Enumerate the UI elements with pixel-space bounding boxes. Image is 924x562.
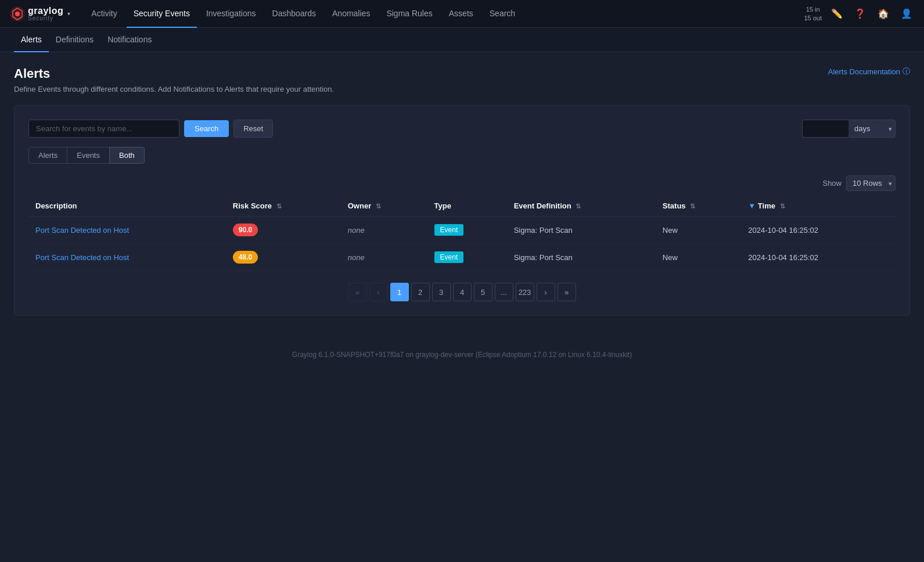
- col-event-definition[interactable]: Event Definition ⇅: [507, 196, 656, 217]
- cell-event-def-0: Sigma: Port Scan: [507, 217, 656, 244]
- logo-text-sub: Security: [28, 16, 63, 21]
- table-row: Port Scan Detected on Host 48.0 none Eve…: [28, 244, 896, 271]
- show-label: Show: [822, 179, 842, 188]
- logo-dropdown-icon[interactable]: ▾: [67, 10, 70, 17]
- page-header-row: Alerts Define Events through different c…: [14, 66, 910, 93]
- table-header: Description Risk Score ⇅ Owner ⇅ Type Ev: [28, 196, 896, 217]
- days-unit-select[interactable]: days hours minutes: [849, 120, 896, 138]
- description-link-1[interactable]: Port Scan Detected on Host: [35, 253, 129, 262]
- cell-description-1: Port Scan Detected on Host: [28, 244, 226, 271]
- logo[interactable]: graylog Security ▾: [9, 6, 70, 22]
- cell-status-0: New: [656, 217, 741, 244]
- owner-sort-icon: ⇅: [376, 203, 381, 210]
- subnav-item-notifications[interactable]: Notifications: [100, 28, 159, 52]
- nav-item-security-events[interactable]: Security Events: [127, 0, 197, 28]
- time-sort-icon: ⇅: [780, 203, 785, 210]
- user-icon[interactable]: 👤: [898, 6, 915, 22]
- search-bar: Search Reset 5 days hours minutes: [28, 120, 896, 138]
- owner-value-1: none: [348, 253, 365, 262]
- type-badge-1: Event: [434, 251, 464, 263]
- page-2-btn[interactable]: 2: [411, 283, 430, 301]
- page-last-btn[interactable]: »: [558, 283, 576, 301]
- home-icon[interactable]: 🏠: [875, 6, 891, 22]
- pagination: « ‹ 1 2 3 4 5 ... 223 › »: [28, 283, 896, 301]
- cell-risk-1: 48.0: [226, 244, 341, 271]
- main-card: Search Reset 5 days hours minutes Alerts…: [14, 105, 910, 316]
- top-navigation: graylog Security ▾ Activity Security Eve…: [0, 0, 924, 28]
- nav-item-sigma-rules[interactable]: Sigma Rules: [379, 0, 439, 28]
- col-owner[interactable]: Owner ⇅: [341, 196, 427, 217]
- nav-item-dashboards[interactable]: Dashboards: [265, 0, 323, 28]
- throughput-in: 15 in: [804, 5, 822, 13]
- risk-badge-0: 90.0: [233, 224, 258, 236]
- page-content: Alerts Define Events through different c…: [0, 52, 924, 384]
- col-type[interactable]: Type: [427, 196, 507, 217]
- search-input[interactable]: [28, 120, 179, 138]
- cell-event-def-1: Sigma: Port Scan: [507, 244, 656, 271]
- nav-item-investigations[interactable]: Investigations: [199, 0, 263, 28]
- owner-value-0: none: [348, 226, 365, 235]
- page-header: Alerts Define Events through different c…: [14, 66, 910, 93]
- page-last-btn-num[interactable]: 223: [516, 283, 534, 301]
- cell-owner-1: none: [341, 244, 427, 271]
- page-first-btn[interactable]: «: [348, 283, 367, 301]
- cell-status-1: New: [656, 244, 741, 271]
- table-row: Port Scan Detected on Host 90.0 none Eve…: [28, 217, 896, 244]
- col-time[interactable]: ▼ Time ⇅: [741, 196, 896, 217]
- page-5-btn[interactable]: 5: [474, 283, 492, 301]
- col-status[interactable]: Status ⇅: [656, 196, 741, 217]
- nav-items-list: Activity Security Events Investigations …: [84, 0, 804, 28]
- cell-type-0: Event: [427, 217, 507, 244]
- rows-select-wrapper: 10 Rows 25 Rows 50 Rows: [846, 175, 896, 191]
- filter-tab-events[interactable]: Events: [67, 147, 110, 164]
- days-filter: 5 days hours minutes: [802, 120, 896, 138]
- nav-item-activity[interactable]: Activity: [84, 0, 124, 28]
- filter-tabs: Alerts Events Both: [28, 147, 896, 164]
- help-icon[interactable]: ❓: [852, 6, 868, 22]
- nav-item-anomalies[interactable]: Anomalies: [325, 0, 377, 28]
- reset-button[interactable]: Reset: [233, 120, 273, 138]
- table-body: Port Scan Detected on Host 90.0 none Eve…: [28, 217, 896, 271]
- page-1-btn[interactable]: 1: [390, 283, 409, 301]
- nav-right-area: 15 in 15 out ✏️ ❓ 🏠 👤: [804, 5, 915, 22]
- risk-score-sort-icon: ⇅: [276, 203, 282, 210]
- cell-description-0: Port Scan Detected on Host: [28, 217, 226, 244]
- type-badge-0: Event: [434, 224, 464, 236]
- page-prev-btn[interactable]: ‹: [369, 283, 388, 301]
- cell-risk-0: 90.0: [226, 217, 341, 244]
- col-description[interactable]: Description: [28, 196, 226, 217]
- throughput-counter: 15 in 15 out: [804, 5, 822, 22]
- page-next-btn[interactable]: ›: [537, 283, 555, 301]
- nav-item-assets[interactable]: Assets: [442, 0, 480, 28]
- col-risk-score[interactable]: Risk Score ⇅: [226, 196, 341, 217]
- description-link-0[interactable]: Port Scan Detected on Host: [35, 226, 129, 235]
- external-link-icon: ⓘ: [903, 66, 910, 77]
- throughput-out: 15 out: [804, 14, 822, 22]
- page-3-btn[interactable]: 3: [432, 283, 451, 301]
- page-title: Alerts: [14, 66, 334, 81]
- graylog-logo-icon: [9, 6, 26, 22]
- page-4-btn[interactable]: 4: [453, 283, 472, 301]
- days-input[interactable]: 5: [802, 120, 849, 138]
- risk-badge-1: 48.0: [233, 251, 258, 264]
- sub-navigation: Alerts Definitions Notifications: [0, 28, 924, 52]
- filter-tab-alerts[interactable]: Alerts: [28, 147, 67, 164]
- subnav-item-definitions[interactable]: Definitions: [49, 28, 100, 52]
- logo-text-main: graylog: [28, 6, 63, 16]
- cell-owner-0: none: [341, 217, 427, 244]
- page-ellipsis: ...: [495, 283, 513, 301]
- svg-point-1: [15, 12, 20, 16]
- filter-tab-both[interactable]: Both: [109, 147, 145, 164]
- search-button[interactable]: Search: [184, 120, 229, 137]
- table-controls: Show 10 Rows 25 Rows 50 Rows: [28, 175, 896, 191]
- cell-time-0: 2024-10-04 16:25:02: [741, 217, 896, 244]
- rows-select[interactable]: 10 Rows 25 Rows 50 Rows: [846, 175, 896, 191]
- edit-icon[interactable]: ✏️: [829, 6, 845, 22]
- nav-item-search[interactable]: Search: [483, 0, 522, 28]
- footer-text: Graylog 6.1.0-SNAPSHOT+917f0a7 on graylo…: [292, 351, 632, 359]
- cell-time-1: 2024-10-04 16:25:02: [741, 244, 896, 271]
- docs-link[interactable]: Alerts Documentation ⓘ: [828, 66, 910, 77]
- cell-type-1: Event: [427, 244, 507, 271]
- subnav-item-alerts[interactable]: Alerts: [14, 28, 49, 52]
- event-def-sort-icon: ⇅: [576, 203, 581, 210]
